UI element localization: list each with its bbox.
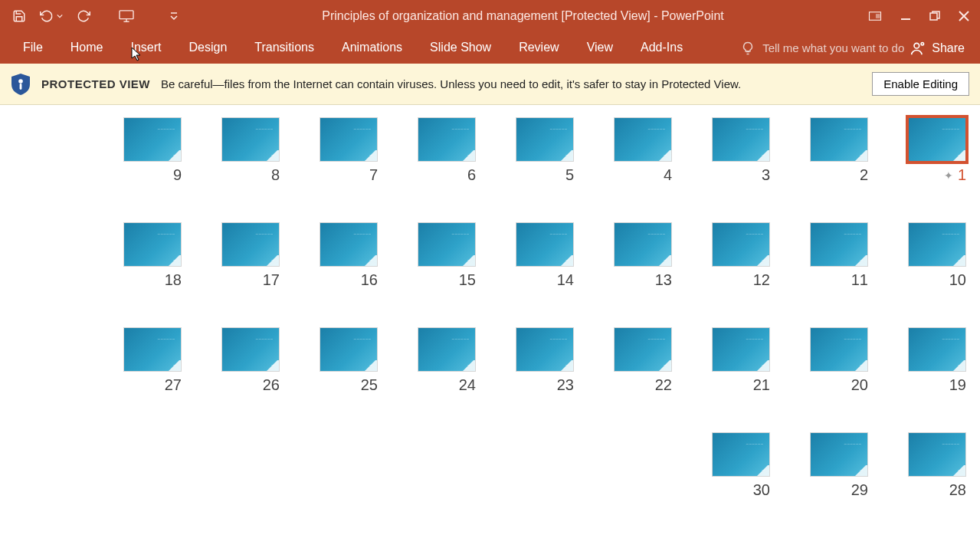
slide-item[interactable]: — — — — — ——28 xyxy=(908,432,966,499)
slide-item[interactable]: — — — — — ——16 xyxy=(320,222,378,289)
slide-thumbnail[interactable]: — — — — — —— xyxy=(810,117,868,162)
undo-dropdown-icon[interactable] xyxy=(57,13,63,19)
slide-item[interactable]: — — — — — ——18 xyxy=(123,222,182,289)
slide-item[interactable]: — — — — — ——23 xyxy=(516,327,574,394)
ribbon-display-icon[interactable] xyxy=(868,11,882,21)
slide-item[interactable]: — — — — — ——17 xyxy=(221,222,280,289)
slide-number: 29 xyxy=(851,481,868,499)
tab-add-ins[interactable]: Add-Ins xyxy=(627,33,696,64)
slide-thumbnail[interactable]: — — — — — —— xyxy=(614,222,672,267)
slide-thumbnail[interactable]: — — — — — —— xyxy=(712,432,770,477)
slide-item[interactable]: — — — — — ——8 xyxy=(221,117,280,184)
slide-thumbnail[interactable]: — — — — — —— xyxy=(418,327,476,372)
slide-thumbnail[interactable]: — — — — — —— xyxy=(614,327,672,372)
close-icon[interactable] xyxy=(959,11,969,21)
slide-item[interactable]: — — — — — ——14 xyxy=(516,222,574,289)
slide-item[interactable]: — — — — — ——6 xyxy=(418,117,476,184)
slide-thumbnail[interactable]: — — — — — —— xyxy=(712,222,770,267)
window-controls xyxy=(868,11,974,21)
slide-thumbnail[interactable]: — — — — — —— xyxy=(221,222,280,267)
slide-item[interactable]: — — — — — ——21 xyxy=(712,327,770,394)
tab-view[interactable]: View xyxy=(573,33,627,64)
minimize-icon[interactable] xyxy=(900,11,911,21)
tab-design[interactable]: Design xyxy=(175,33,241,64)
slide-item[interactable]: — — — — — ——19 xyxy=(908,327,966,394)
slide-thumbnail[interactable]: — — — — — —— xyxy=(320,327,378,372)
slide-item[interactable]: — — — — — ——2 xyxy=(810,117,868,184)
slide-item[interactable]: — — — — — ——27 xyxy=(123,327,182,394)
tab-transitions[interactable]: Transitions xyxy=(241,33,328,64)
slide-item[interactable]: — — — — — ——✦1 xyxy=(908,117,966,184)
slide-number: 22 xyxy=(655,376,672,394)
slide-number: 19 xyxy=(949,376,966,394)
slide-item[interactable]: — — — — — ——4 xyxy=(614,117,672,184)
slide-thumbnail[interactable]: — — — — — —— xyxy=(712,117,770,162)
slide-thumbnail[interactable]: — — — — — —— xyxy=(320,222,378,267)
slide-number: 30 xyxy=(753,481,770,499)
slide-row: — — — — — ——19— — — — — ——20— — — — — ——… xyxy=(14,327,966,394)
share-button[interactable]: Share xyxy=(904,36,971,61)
slide-thumbnail[interactable]: — — — — — —— xyxy=(908,117,966,162)
redo-icon[interactable] xyxy=(77,9,90,23)
slide-thumbnail[interactable]: — — — — — —— xyxy=(614,117,672,162)
slide-item[interactable]: — — — — — ——9 xyxy=(123,117,182,184)
tab-slide-show[interactable]: Slide Show xyxy=(416,33,505,64)
slide-item[interactable]: — — — — — ——10 xyxy=(908,222,966,289)
slide-thumbnail[interactable]: — — — — — —— xyxy=(712,327,770,372)
slide-thumbnail[interactable]: — — — — — —— xyxy=(221,117,280,162)
tab-file[interactable]: File xyxy=(9,33,57,64)
svg-point-10 xyxy=(914,43,919,48)
slide-thumbnail[interactable]: — — — — — —— xyxy=(123,222,182,267)
undo-icon[interactable] xyxy=(40,9,54,23)
slide-thumbnail[interactable]: — — — — — —— xyxy=(516,117,574,162)
tell-me-search[interactable]: Tell me what you want to do xyxy=(741,41,904,55)
shield-icon xyxy=(11,74,31,95)
slide-thumbnail[interactable]: — — — — — —— xyxy=(810,222,868,267)
slide-number: 7 xyxy=(369,166,378,184)
slide-thumbnail[interactable]: — — — — — —— xyxy=(221,327,280,372)
slide-thumbnail[interactable]: — — — — — —— xyxy=(320,117,378,162)
slide-number: 10 xyxy=(949,271,966,289)
slide-item[interactable]: — — — — — ——3 xyxy=(712,117,770,184)
tell-me-label: Tell me what you want to do xyxy=(762,41,904,54)
tab-home[interactable]: Home xyxy=(57,33,117,64)
slide-item[interactable]: — — — — — ——30 xyxy=(712,432,770,499)
slide-thumbnail[interactable]: — — — — — —— xyxy=(418,117,476,162)
slide-item[interactable]: — — — — — ——25 xyxy=(320,327,378,394)
slide-item[interactable]: — — — — — ——22 xyxy=(614,327,672,394)
slide-thumbnail[interactable]: — — — — — —— xyxy=(123,327,182,372)
save-icon[interactable] xyxy=(12,9,26,23)
tab-insert[interactable]: Insert xyxy=(116,33,175,64)
enable-editing-button[interactable]: Enable Editing xyxy=(872,72,969,96)
slideshow-icon[interactable] xyxy=(118,9,135,23)
slide-number: 2 xyxy=(860,166,868,184)
restore-icon[interactable] xyxy=(929,11,940,21)
slide-item[interactable]: — — — — — ——5 xyxy=(516,117,574,184)
tab-animations[interactable]: Animations xyxy=(328,33,416,64)
slide-item[interactable]: — — — — — ——24 xyxy=(418,327,476,394)
qat-more-icon[interactable] xyxy=(170,11,178,21)
slide-row: — — — — — ——✦1— — — — — ——2— — — — — ——3… xyxy=(14,117,966,184)
slide-thumbnail[interactable]: — — — — — —— xyxy=(908,222,966,267)
slide-thumbnail[interactable]: — — — — — —— xyxy=(516,222,574,267)
tab-review[interactable]: Review xyxy=(505,33,572,64)
slide-thumbnail[interactable]: — — — — — —— xyxy=(810,327,868,372)
slide-thumbnail[interactable]: — — — — — —— xyxy=(908,432,966,477)
slide-thumbnail[interactable]: — — — — — —— xyxy=(810,432,868,477)
slide-thumbnail[interactable]: — — — — — —— xyxy=(123,117,182,162)
slide-item[interactable]: — — — — — ——11 xyxy=(810,222,868,289)
slide-item[interactable]: — — — — — ——20 xyxy=(810,327,868,394)
slide-item[interactable]: — — — — — ——15 xyxy=(418,222,476,289)
slide-row: — — — — — ——10— — — — — ——11— — — — — ——… xyxy=(14,222,966,289)
slide-thumbnail[interactable]: — — — — — —— xyxy=(516,327,574,372)
slide-item[interactable]: — — — — — ——12 xyxy=(712,222,770,289)
slide-number: 26 xyxy=(263,376,280,394)
slide-item[interactable]: — — — — — ——7 xyxy=(320,117,378,184)
slide-item[interactable]: — — — — — ——26 xyxy=(221,327,280,394)
slide-item[interactable]: — — — — — ——13 xyxy=(614,222,672,289)
slide-item[interactable]: — — — — — ——29 xyxy=(810,432,868,499)
slide-thumbnail[interactable]: — — — — — —— xyxy=(908,327,966,372)
slide-sorter-pane[interactable]: — — — — — ——✦1— — — — — ——2— — — — — ——3… xyxy=(0,105,980,548)
slide-thumbnail[interactable]: — — — — — —— xyxy=(418,222,476,267)
title-bar: Principles of organization and managemen… xyxy=(0,0,980,32)
